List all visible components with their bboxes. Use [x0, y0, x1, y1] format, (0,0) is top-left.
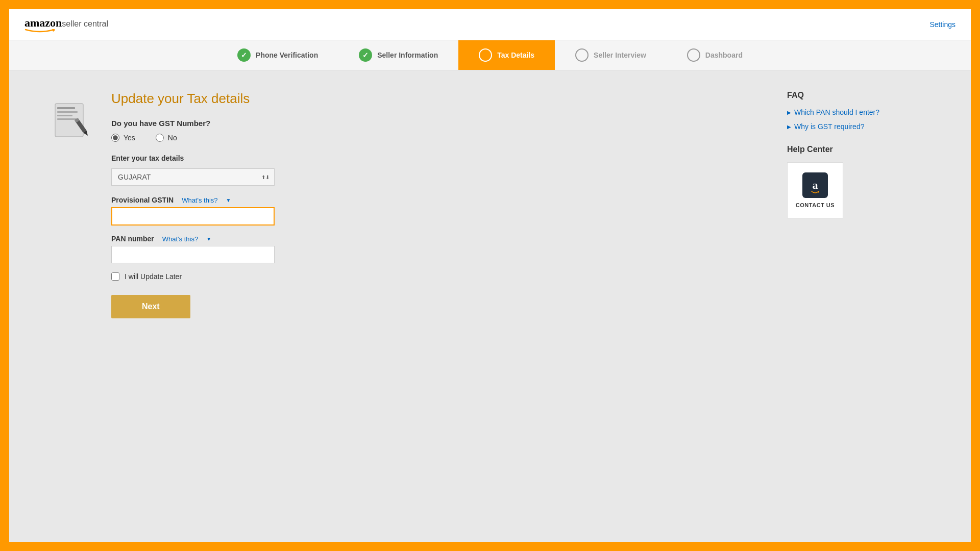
gstin-field-header: Provisional GSTIN What's this? ▼: [111, 196, 767, 204]
amazon-smile-small-icon: [811, 190, 819, 194]
gst-question: Do you have GST Number?: [111, 119, 767, 128]
contact-us-box[interactable]: a CONTACT US: [787, 162, 843, 218]
gst-yes-radio[interactable]: [111, 134, 119, 142]
step-seller-interview-label: Seller Interview: [594, 51, 646, 59]
update-later-row: I will Update Later: [111, 272, 767, 281]
step-tax-details-label: Tax Details: [497, 51, 534, 59]
brand-amazon: amazon: [24, 16, 62, 30]
gstin-label: Provisional GSTIN: [111, 196, 174, 204]
page-title: Update your Tax details: [111, 91, 767, 107]
progress-nav: ✓ Phone Verification ✓ Seller Informatio…: [9, 40, 971, 70]
right-sidebar: FAQ Which PAN should I enter? Why is GST…: [787, 91, 930, 521]
svg-rect-3: [57, 111, 78, 113]
gstin-dropdown-icon: ▼: [226, 197, 231, 203]
help-center-title: Help Center: [787, 145, 930, 154]
next-button[interactable]: Next: [111, 295, 190, 318]
gst-no-option[interactable]: No: [156, 134, 177, 142]
step-seller-info[interactable]: ✓ Seller Information: [338, 40, 458, 70]
step-phone-icon: ✓: [237, 48, 251, 62]
step-seller-interview-icon: [575, 48, 589, 62]
step-tax-details-icon: [479, 48, 492, 62]
gstin-input[interactable]: [111, 207, 275, 226]
pan-dropdown-icon: ▼: [206, 236, 211, 242]
pan-input[interactable]: [111, 246, 275, 263]
update-later-checkbox[interactable]: [111, 272, 119, 281]
amazon-smile-icon: [24, 29, 55, 33]
step-seller-interview[interactable]: Seller Interview: [555, 40, 667, 70]
state-select[interactable]: GUJARAT MAHARASHTRA DELHI KARNATAKA: [111, 168, 275, 186]
form-area: Update your Tax details Do you have GST …: [111, 91, 767, 521]
gst-yes-option[interactable]: Yes: [111, 134, 135, 142]
icon-area: [50, 91, 96, 521]
gst-radio-group: Yes No: [111, 134, 767, 142]
pan-field-row: PAN number What's this? ▼: [111, 235, 767, 263]
step-tax-details[interactable]: Tax Details: [458, 40, 555, 70]
faq-link-gst[interactable]: Why is GST required?: [787, 122, 930, 131]
pan-field-header: PAN number What's this? ▼: [111, 235, 767, 243]
svg-rect-5: [57, 118, 77, 120]
amazon-a-icon: a: [802, 172, 828, 198]
svg-rect-4: [57, 115, 72, 116]
gst-no-label: No: [168, 134, 177, 142]
pan-whats-this[interactable]: What's this?: [162, 235, 198, 243]
logo: amazon seller central: [24, 16, 108, 33]
step-dashboard-label: Dashboard: [705, 51, 743, 59]
gstin-whats-this[interactable]: What's this?: [182, 196, 217, 204]
contact-us-label: CONTACT US: [796, 202, 835, 208]
state-select-wrapper[interactable]: GUJARAT MAHARASHTRA DELHI KARNATAKA: [111, 168, 275, 186]
pan-label: PAN number: [111, 235, 154, 243]
faq-link-pan[interactable]: Which PAN should I enter?: [787, 108, 930, 116]
update-later-label: I will Update Later: [125, 272, 182, 281]
gst-yes-label: Yes: [124, 134, 135, 142]
main-content: Update your Tax details Do you have GST …: [9, 70, 971, 542]
gst-no-radio[interactable]: [156, 134, 164, 142]
step-phone[interactable]: ✓ Phone Verification: [217, 40, 338, 70]
step-seller-info-label: Seller Information: [377, 51, 438, 59]
gstin-field-row: Provisional GSTIN What's this? ▼: [111, 196, 767, 226]
enter-tax-label: Enter your tax details: [111, 154, 767, 162]
header: amazon seller central Settings: [9, 9, 971, 40]
faq-title: FAQ: [787, 91, 930, 100]
brand-sellercentral: seller central: [62, 19, 108, 29]
left-content: Update your Tax details Do you have GST …: [50, 91, 767, 521]
step-dashboard-icon: [687, 48, 700, 62]
svg-rect-2: [57, 107, 75, 109]
step-phone-label: Phone Verification: [256, 51, 318, 59]
step-dashboard[interactable]: Dashboard: [667, 40, 763, 70]
settings-link[interactable]: Settings: [929, 20, 955, 29]
step-seller-info-icon: ✓: [359, 48, 372, 62]
tax-document-icon: [50, 96, 96, 142]
